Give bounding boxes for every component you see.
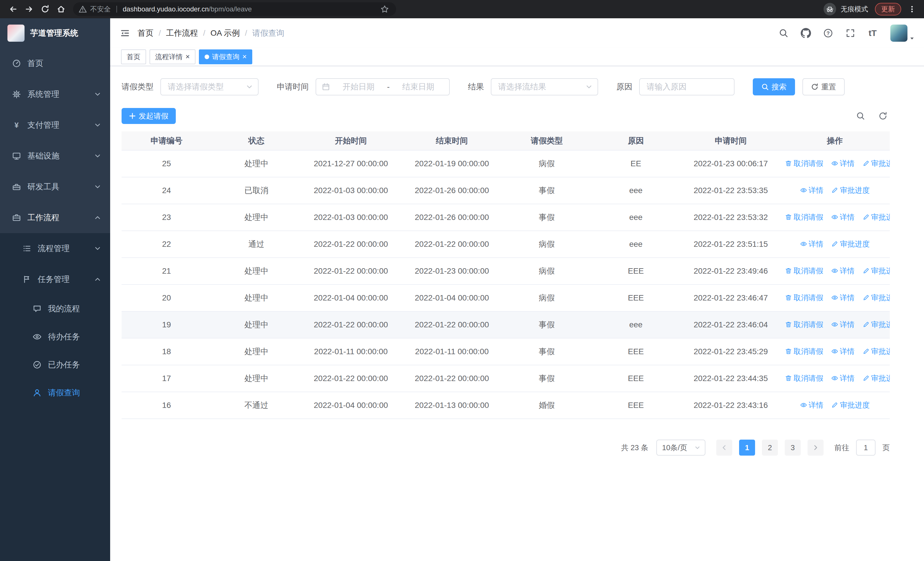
detail-link[interactable]: 详情 bbox=[800, 239, 824, 249]
browser-forward-icon[interactable] bbox=[22, 2, 36, 17]
page-button-2[interactable]: 2 bbox=[762, 439, 778, 456]
sidebar-item-leave-query[interactable]: 请假查询 bbox=[0, 379, 110, 407]
detail-link[interactable]: 详情 bbox=[831, 212, 855, 222]
total-count: 共 23 条 bbox=[621, 443, 648, 453]
approval-progress-link[interactable]: 审批进度 bbox=[862, 373, 890, 384]
sidebar-item-workflow[interactable]: 工作流程 bbox=[0, 202, 110, 233]
browser-home-icon[interactable] bbox=[54, 2, 69, 17]
cell-operations: 取消请假 详情 审批进度 bbox=[780, 338, 890, 365]
sidebar-item-infrastructure[interactable]: 基础设施 bbox=[0, 141, 110, 171]
sidebar-item-dev-tools[interactable]: 研发工具 bbox=[0, 171, 110, 202]
approval-progress-link[interactable]: 审批进度 bbox=[862, 158, 890, 168]
github-icon[interactable] bbox=[799, 26, 813, 40]
bookmark-star-icon[interactable] bbox=[379, 3, 390, 15]
chevron-down-icon bbox=[94, 183, 101, 190]
refresh-table-icon[interactable] bbox=[876, 109, 890, 123]
cancel-leave-link[interactable]: 取消请假 bbox=[785, 212, 823, 222]
breadcrumb-current: 请假查询 bbox=[252, 28, 284, 39]
approval-progress-link[interactable]: 审批进度 bbox=[831, 239, 870, 249]
approval-progress-link[interactable]: 审批进度 bbox=[862, 320, 890, 329]
cell-start-time: 2022-01-11 00:00:00 bbox=[302, 338, 400, 365]
sidebar-item-label: 系统管理 bbox=[27, 89, 59, 100]
cell-leave-type: 事假 bbox=[503, 204, 590, 231]
monitor-icon bbox=[11, 151, 22, 161]
sidebar-item-system[interactable]: 系统管理 bbox=[0, 79, 110, 110]
cancel-leave-link[interactable]: 取消请假 bbox=[785, 266, 823, 276]
browser-back-icon[interactable] bbox=[6, 2, 21, 17]
detail-link[interactable]: 详情 bbox=[831, 346, 855, 356]
font-size-icon[interactable] bbox=[866, 26, 879, 40]
apply-time-range-picker[interactable]: 开始日期 - 结束日期 bbox=[316, 78, 450, 95]
breadcrumb-workflow[interactable]: 工作流程 bbox=[166, 28, 198, 39]
result-label: 结果 bbox=[468, 81, 484, 92]
tab-process-detail[interactable]: 流程详情 bbox=[150, 50, 195, 64]
cancel-leave-label: 取消请假 bbox=[794, 293, 823, 303]
page-button-3[interactable]: 3 bbox=[785, 439, 801, 456]
sidebar-item-payment[interactable]: ¥ 支付管理 bbox=[0, 110, 110, 141]
cell-apply-time: 2022-01-22 23:46:47 bbox=[681, 284, 780, 311]
cell-apply-time: 2022-01-22 23:53:35 bbox=[681, 177, 780, 204]
detail-link[interactable]: 详情 bbox=[831, 266, 855, 276]
leave-type-select[interactable]: 请选择请假类型 bbox=[160, 78, 258, 95]
col-header-ops: 操作 bbox=[780, 131, 890, 150]
filter-result: 结果 请选择流结果 bbox=[468, 78, 598, 95]
page-size-select[interactable]: 10条/页 bbox=[656, 439, 705, 456]
detail-link[interactable]: 详情 bbox=[831, 320, 855, 329]
cancel-leave-link[interactable]: 取消请假 bbox=[785, 158, 823, 168]
sidebar-collapse-icon[interactable] bbox=[117, 25, 133, 41]
sidebar-item-home[interactable]: 首页 bbox=[0, 48, 110, 79]
col-header-start: 开始时间 bbox=[302, 131, 400, 150]
page-button-1[interactable]: 1 bbox=[739, 439, 755, 456]
approval-progress-link[interactable]: 审批进度 bbox=[862, 293, 890, 303]
sidebar-item-process-management[interactable]: 流程管理 bbox=[0, 233, 110, 264]
reason-input[interactable] bbox=[639, 78, 735, 95]
approval-progress-link[interactable]: 审批进度 bbox=[862, 266, 890, 276]
sidebar-item-my-process[interactable]: 我的流程 bbox=[0, 295, 110, 323]
app-logo[interactable]: 芋道管理系统 bbox=[0, 18, 110, 48]
result-select[interactable]: 请选择流结果 bbox=[491, 78, 598, 95]
reset-button[interactable]: 重置 bbox=[802, 78, 844, 95]
tab-home[interactable]: 首页 bbox=[121, 50, 146, 64]
address-bar[interactable]: 不安全 dashboard.yudao.iocoder.cn/bpm/oa/le… bbox=[73, 2, 396, 16]
breadcrumb-oa-example[interactable]: OA 示例 bbox=[211, 28, 240, 39]
detail-link[interactable]: 详情 bbox=[831, 373, 855, 384]
browser-reload-icon[interactable] bbox=[38, 2, 52, 17]
sidebar-item-done-tasks[interactable]: 已办任务 bbox=[0, 351, 110, 379]
search-button[interactable]: 搜索 bbox=[753, 78, 795, 95]
cancel-leave-link[interactable]: 取消请假 bbox=[785, 320, 823, 329]
tab-leave-query[interactable]: 请假查询 bbox=[199, 50, 252, 64]
create-leave-button[interactable]: 发起请假 bbox=[122, 108, 176, 124]
approval-progress-link[interactable]: 审批进度 bbox=[862, 212, 890, 222]
next-page-button[interactable] bbox=[808, 439, 824, 456]
close-icon[interactable] bbox=[186, 53, 190, 61]
prev-page-button[interactable] bbox=[716, 439, 732, 456]
sidebar-item-task-management[interactable]: 任务管理 bbox=[0, 264, 110, 295]
approval-progress-link[interactable]: 审批进度 bbox=[831, 400, 870, 410]
update-label: 更新 bbox=[881, 5, 895, 14]
cancel-leave-link[interactable]: 取消请假 bbox=[785, 293, 823, 303]
detail-link[interactable]: 详情 bbox=[800, 185, 824, 196]
breadcrumb-home[interactable]: 首页 bbox=[138, 28, 153, 39]
cancel-leave-link[interactable]: 取消请假 bbox=[785, 346, 823, 356]
approval-progress-link[interactable]: 审批进度 bbox=[831, 185, 870, 196]
browser-menu-icon[interactable] bbox=[906, 3, 918, 15]
help-icon[interactable]: ? bbox=[821, 26, 835, 40]
cell-operations: 取消请假 详情 审批进度 bbox=[780, 284, 890, 311]
header-search-icon[interactable] bbox=[777, 26, 790, 40]
close-icon[interactable] bbox=[242, 53, 246, 61]
browser-update-button[interactable]: 更新 bbox=[875, 3, 901, 15]
goto-page-input[interactable] bbox=[856, 439, 876, 456]
detail-link[interactable]: 详情 bbox=[831, 158, 855, 168]
detail-link[interactable]: 详情 bbox=[800, 400, 824, 410]
cell-status: 已取消 bbox=[212, 177, 302, 204]
fullscreen-icon[interactable] bbox=[843, 26, 857, 40]
chevron-up-icon bbox=[94, 276, 101, 283]
sidebar-item-todo-tasks[interactable]: 待办任务 bbox=[0, 323, 110, 351]
approval-progress-link[interactable]: 审批进度 bbox=[862, 346, 890, 356]
detail-link[interactable]: 详情 bbox=[831, 293, 855, 303]
url-host: dashboard.yudao.iocoder.cn bbox=[123, 5, 209, 13]
user-menu[interactable] bbox=[890, 24, 915, 42]
cancel-leave-link[interactable]: 取消请假 bbox=[785, 373, 823, 384]
toggle-search-icon[interactable] bbox=[854, 109, 867, 123]
sidebar-item-label: 工作流程 bbox=[27, 212, 59, 223]
